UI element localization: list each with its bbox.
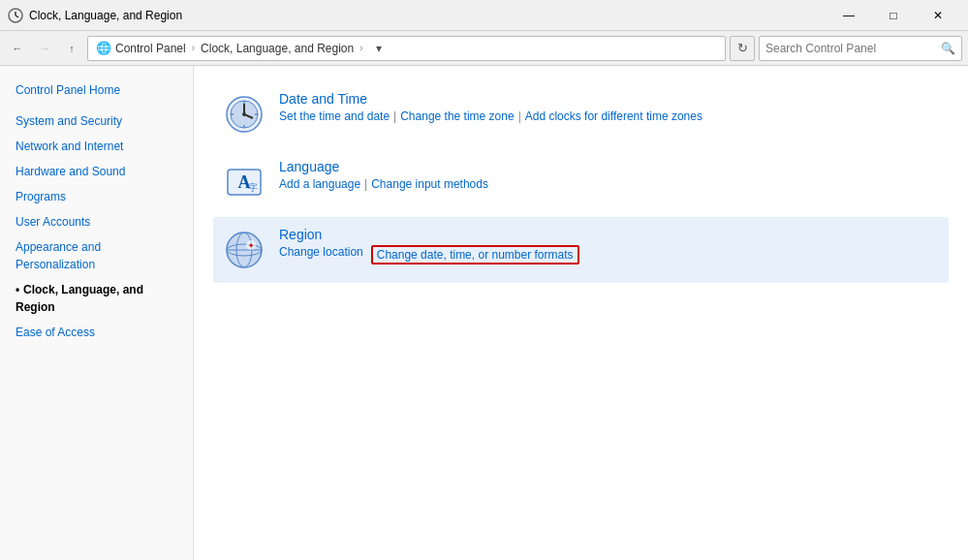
active-bullet: • [16, 281, 23, 298]
window-icon [8, 8, 23, 23]
search-input[interactable] [765, 42, 937, 55]
svg-text:✦: ✦ [248, 242, 254, 249]
breadcrumb-clock[interactable]: Clock, Language, and Region [201, 42, 354, 55]
region-icon: ✦ [221, 227, 267, 273]
sidebar-item-appearance[interactable]: Appearance and Personalization [0, 234, 193, 277]
sidebar-item-network-internet[interactable]: Network and Internet [0, 134, 193, 159]
category-language: A 字 Language Add a language | Change inp… [213, 149, 949, 215]
sidebar-item-user-accounts[interactable]: User Accounts [0, 209, 193, 234]
sidebar-item-system-security[interactable]: System and Security [0, 109, 193, 134]
link-add-clocks[interactable]: Add clocks for different time zones [525, 109, 703, 123]
breadcrumb-sep-2: › [359, 43, 362, 53]
forward-button[interactable]: → [33, 37, 56, 60]
sidebar-item-home[interactable]: Control Panel Home [0, 78, 193, 103]
language-icon: A 字 [221, 159, 267, 205]
region-links: Change location Change date, time, or nu… [279, 245, 941, 264]
date-time-links: Set the time and date | Change the time … [279, 109, 941, 123]
category-region: ✦ Region Change location Change date, ti… [213, 217, 949, 283]
back-button[interactable]: ← [6, 37, 29, 60]
link-change-timezone[interactable]: Change the time zone [400, 109, 514, 123]
date-time-content: Date and Time Set the time and date | Ch… [279, 91, 941, 123]
link-set-time[interactable]: Set the time and date [279, 109, 390, 123]
svg-text:字: 字 [248, 182, 258, 193]
search-box[interactable]: 🔍 [759, 36, 962, 61]
address-bar: ← → ↑ 🌐 Control Panel › Clock, Language,… [0, 31, 968, 66]
sidebar-item-hardware-sound[interactable]: Hardware and Sound [0, 159, 193, 184]
language-title[interactable]: Language [279, 159, 941, 174]
language-links: Add a language | Change input methods [279, 177, 941, 191]
breadcrumb-control-panel[interactable]: Control Panel [115, 42, 186, 55]
date-time-icon [221, 91, 267, 138]
window-controls: — □ ✕ [827, 0, 960, 31]
category-date-time: Date and Time Set the time and date | Ch… [213, 81, 949, 147]
content-area: Date and Time Set the time and date | Ch… [194, 66, 968, 560]
close-button[interactable]: ✕ [916, 0, 960, 31]
sidebar-item-programs[interactable]: Programs [0, 184, 193, 209]
link-add-language[interactable]: Add a language [279, 177, 360, 191]
title-bar: Clock, Language, and Region — □ ✕ [0, 0, 968, 31]
svg-point-7 [242, 112, 246, 116]
breadcrumb-sep-1: › [192, 43, 195, 53]
address-icon: 🌐 [96, 41, 111, 55]
link-change-location[interactable]: Change location [279, 245, 363, 264]
maximize-button[interactable]: □ [871, 0, 916, 31]
sidebar-item-clock-label: Clock, Language, and Region [16, 283, 143, 314]
search-button[interactable]: 🔍 [941, 42, 955, 55]
up-button[interactable]: ↑ [60, 37, 83, 60]
sidebar-item-clock: • Clock, Language, and Region [0, 277, 193, 320]
minimize-button[interactable]: — [827, 0, 871, 31]
sidebar: Control Panel Home System and Security N… [0, 66, 194, 560]
region-title[interactable]: Region [279, 227, 941, 242]
main-area: Control Panel Home System and Security N… [0, 66, 968, 560]
sidebar-item-ease-of-access[interactable]: Ease of Access [0, 320, 193, 345]
breadcrumb-dropdown[interactable]: ▾ [369, 36, 389, 61]
link-change-input[interactable]: Change input methods [371, 177, 488, 191]
address-breadcrumb[interactable]: 🌐 Control Panel › Clock, Language, and R… [87, 36, 726, 61]
date-time-title[interactable]: Date and Time [279, 91, 941, 107]
region-content: Region Change location Change date, time… [279, 227, 941, 264]
refresh-button[interactable]: ↻ [730, 36, 755, 61]
language-content: Language Add a language | Change input m… [279, 159, 941, 191]
window-title: Clock, Language, and Region [29, 9, 827, 22]
svg-line-2 [16, 16, 18, 17]
link-change-formats[interactable]: Change date, time, or number formats [371, 245, 579, 264]
